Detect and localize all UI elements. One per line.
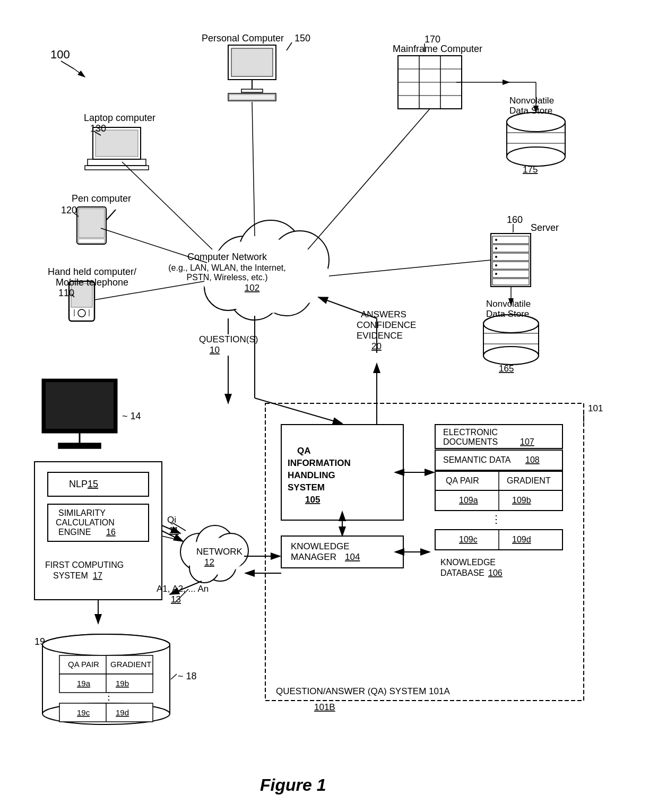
svg-rect-48	[492, 236, 529, 244]
gradient-header: GRADIENT	[507, 476, 551, 485]
ref-130: 130	[90, 123, 106, 134]
local-gradient-header: GRADIENT	[110, 660, 152, 669]
svg-rect-93	[46, 382, 114, 429]
ref-100: 100	[50, 48, 70, 61]
km-label2: MANAGER	[291, 552, 336, 562]
pen-label: Pen computer	[72, 193, 131, 204]
pc-label: Personal Computer	[202, 33, 284, 44]
electronic-docs-label1: ELECTRONIC	[443, 428, 498, 437]
diagram-container: 100 Personal Computer 150 Laptop compute…	[0, 0, 658, 812]
qa-pair-header: QA PAIR	[446, 476, 479, 485]
svg-rect-52	[492, 270, 529, 278]
ref-14: ~ 14	[122, 411, 141, 421]
svg-point-58	[495, 273, 497, 275]
sim-label3: ENGINE	[58, 528, 91, 537]
ref-160: 160	[507, 214, 523, 225]
ref-106: 106	[488, 568, 503, 577]
ref-108: 108	[525, 455, 540, 464]
figure-caption: Figure 1	[260, 775, 326, 794]
ref-19a: 19a	[77, 679, 91, 688]
ref-104: 104	[345, 552, 360, 562]
ref-101: 101	[588, 403, 603, 413]
svg-point-119	[42, 634, 170, 655]
ref-15: 15	[88, 479, 98, 489]
ref-16: 16	[106, 528, 116, 537]
ref-109d: 109d	[512, 535, 531, 544]
svg-rect-49	[492, 245, 529, 252]
ref-102: 102	[245, 283, 259, 293]
svg-point-65	[483, 347, 539, 365]
svg-rect-95	[58, 443, 101, 448]
answers-label2: CONFIDENCE	[357, 320, 416, 330]
svg-rect-51	[492, 262, 529, 269]
semantic-data-label: SEMANTIC DATA	[443, 455, 511, 464]
fcs-label2: SYSTEM	[53, 571, 88, 580]
network12-label2: 12	[204, 557, 214, 567]
network-label3: PSTN, Wireless, etc.)	[187, 273, 268, 282]
ref-150: 150	[295, 33, 310, 44]
ref-101b: 101B	[314, 702, 335, 712]
ref-10: 10	[210, 345, 220, 355]
ref-110: 110	[58, 288, 74, 298]
svg-rect-8	[229, 94, 275, 100]
questions-label: QUESTION(S)	[199, 334, 258, 344]
svg-point-56	[495, 256, 497, 258]
laptop-label: Laptop computer	[84, 113, 155, 123]
answers-label3: EVIDENCE	[357, 331, 403, 341]
ref-109c: 109c	[459, 535, 478, 544]
fcs-label1: FIRST COMPUTING	[45, 560, 124, 569]
qa-handling-label1: QA	[297, 446, 311, 456]
ref-105: 105	[305, 495, 320, 505]
nonvol-165-label1: Nonvolatile	[486, 299, 531, 309]
electronic-docs-label2: DOCUMENTS	[443, 437, 498, 446]
qa-handling-label4: SYSTEM	[288, 482, 325, 493]
answers-label1: ANSWERS	[361, 309, 406, 319]
ref-175: 175	[523, 165, 538, 175]
ref-19c: 19c	[77, 708, 90, 717]
knowledge-db-label2: DATABASE	[440, 568, 484, 577]
handheld-label2: Mobile telephone	[56, 277, 128, 288]
dots-19: ⋮	[103, 690, 114, 702]
ref-13: 13	[171, 594, 181, 604]
local-qa-pair-header: QA PAIR	[68, 660, 99, 669]
ref-109b: 109b	[512, 496, 531, 505]
server-label: Server	[531, 222, 559, 233]
qa-handling-label3: HANDLING	[288, 470, 335, 480]
qa-handling-label2: INFORMATION	[288, 458, 351, 468]
km-label1: KNOWLEDGE	[291, 541, 350, 551]
svg-rect-11	[96, 130, 138, 157]
ref-18: ~ 18	[178, 671, 197, 681]
qi-label: Qi	[167, 515, 176, 525]
ref-19b: 19b	[116, 679, 129, 688]
svg-rect-50	[492, 253, 529, 261]
svg-point-57	[495, 264, 497, 266]
sim-label1: SIMILARITY	[58, 508, 106, 517]
handheld-label1: Hand held computer/	[48, 266, 136, 277]
dots-109: ⋮	[491, 513, 501, 525]
svg-point-41	[507, 147, 565, 166]
svg-point-54	[495, 239, 497, 241]
nlp-label: NLP	[69, 479, 88, 489]
svg-rect-4	[231, 48, 273, 76]
ref-170: 170	[425, 34, 440, 45]
knowledge-db-label1: KNOWLEDGE	[440, 558, 496, 567]
nonvol-175-label2: Data Store	[509, 106, 552, 116]
svg-rect-53	[492, 279, 529, 285]
ref-17: 17	[93, 571, 102, 580]
network-label2: (e.g., LAN, WLAN, the Internet,	[168, 263, 285, 272]
ref-109a: 109a	[459, 496, 478, 505]
sim-label2: CALCULATION	[56, 518, 115, 527]
nonvol-165-label2: Data Store	[486, 309, 529, 319]
ref-107: 107	[520, 437, 534, 446]
network12-label1: NETWORK	[196, 547, 243, 557]
svg-rect-16	[79, 209, 105, 238]
qa-system-label: QUESTION/ANSWER (QA) SYSTEM 101A	[276, 686, 450, 696]
ref-165: 165	[499, 364, 514, 374]
mainframe-label: Mainframe Computer	[393, 44, 482, 54]
svg-point-55	[495, 247, 497, 249]
nonvol-175-label1: Nonvolatile	[509, 96, 554, 106]
ref-19d: 19d	[116, 708, 129, 717]
